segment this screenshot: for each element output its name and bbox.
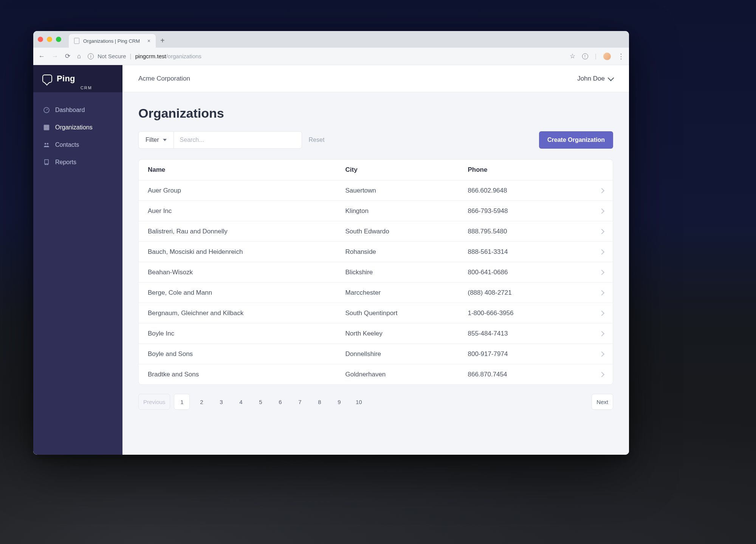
cell-phone: 800-917-7974 [468,350,586,358]
nav-reload-button[interactable]: ⟳ [65,52,70,60]
reports-icon [43,159,50,166]
filter-button[interactable]: Filter [138,131,174,149]
cell-city: South Quentinport [345,309,468,317]
table-row[interactable]: Balistreri, Rau and DonnellySouth Edward… [139,221,613,241]
profile-avatar[interactable] [603,53,611,60]
search-input[interactable] [174,131,302,149]
filter-label: Filter [146,137,159,143]
browser-tab[interactable]: Organizations | Ping CRM × [69,34,156,48]
bookmark-icon[interactable]: ☆ [570,52,575,60]
svg-point-3 [47,143,48,145]
chevron-right-icon [599,228,604,234]
sidebar: Ping CRM Dashboard Organizations [33,65,122,455]
create-organization-button[interactable]: Create Organization [539,131,613,149]
col-name: Name [148,166,345,174]
page-icon [74,38,79,44]
sidebar-item-reports[interactable]: Reports [33,154,122,171]
cell-name: Auer Group [148,187,345,194]
cell-name: Balistreri, Rau and Donnelly [148,228,345,235]
main: Acme Corporation John Doe Organizations … [122,65,629,455]
sidebar-item-organizations[interactable]: Organizations [33,119,122,136]
cell-name: Beahan-Wisozk [148,269,345,276]
brand-logo-icon [42,75,52,83]
user-menu[interactable]: John Doe [577,75,613,82]
security-label: Not Secure [98,53,126,59]
table-row[interactable]: Bergnaum, Gleichner and KilbackSouth Que… [139,303,613,323]
svg-rect-1 [44,125,49,130]
cell-name: Bergnaum, Gleichner and Kilback [148,309,345,317]
table-row[interactable]: Berge, Cole and MannMarcchester(888) 408… [139,282,613,303]
nav-forward-button[interactable]: → [52,53,58,60]
pagination-next[interactable]: Next [592,394,613,410]
sidebar-item-contacts[interactable]: Contacts [33,136,122,154]
brand-name: Ping [57,74,75,84]
app-root: Ping CRM Dashboard Organizations [33,65,629,455]
url-box[interactable]: i Not Secure | pingcrm.test/organization… [88,53,562,60]
table-body: Auer GroupSauertown866.602.9648Auer IncK… [139,180,613,384]
new-tab-button[interactable]: + [160,36,165,45]
pagination-page[interactable]: 6 [272,394,288,410]
sidebar-item-label: Organizations [55,124,93,131]
table-row[interactable]: Beahan-WisozkBlickshire800-641-0686 [139,262,613,282]
site-info-icon[interactable]: i [88,53,94,59]
url-host: pingcrm.test [135,53,166,59]
chevron-right-icon [599,208,604,213]
chevron-right-icon [599,290,604,295]
table-row[interactable]: Auer GroupSauertown866.602.9648 [139,180,613,201]
cell-phone: 888.795.5480 [468,228,586,235]
browser-tabstrip: Organizations | Ping CRM × + [33,31,629,48]
window-zoom-button[interactable] [56,37,61,42]
reset-link[interactable]: Reset [309,137,325,143]
sidebar-item-label: Contacts [55,141,79,148]
cell-phone: 888-561-3314 [468,248,586,256]
cell-name: Bauch, Mosciski and Heidenreich [148,248,345,256]
browser-menu-icon[interactable]: ⋮ [618,52,624,61]
pagination-page[interactable]: 5 [253,394,268,410]
cell-city: South Edwardo [345,228,468,235]
pagination-page[interactable]: 9 [331,394,347,410]
table-row[interactable]: Auer IncKlington866-793-5948 [139,201,613,221]
pagination-previous: Previous [138,394,170,410]
cell-name: Bradtke and Sons [148,371,345,378]
page-title: Organizations [138,106,613,121]
page-info-icon[interactable]: ! [582,53,588,59]
cell-city: Goldnerhaven [345,371,468,378]
window-controls [38,37,61,42]
tab-title: Organizations | Ping CRM [83,38,140,44]
svg-point-2 [45,143,46,145]
cell-name: Boyle and Sons [148,350,345,358]
table-row[interactable]: Boyle IncNorth Keeley855-484-7413 [139,323,613,343]
pagination-page[interactable]: 8 [311,394,327,410]
window-close-button[interactable] [38,37,43,42]
url-path: /organizations [166,53,201,59]
browser-window: Organizations | Ping CRM × + ← → ⟳ ⌂ i N… [33,31,629,455]
caret-down-icon [163,139,167,141]
cell-phone: 866-793-5948 [468,207,586,215]
sidebar-item-label: Dashboard [55,107,85,113]
pagination: Previous12345678910Next [138,394,613,410]
cell-city: Rohanside [345,248,468,256]
content: Organizations Filter Reset Create Organi… [122,92,629,428]
pagination-page[interactable]: 4 [233,394,249,410]
sidebar-item-dashboard[interactable]: Dashboard [33,101,122,119]
table-row[interactable]: Bauch, Mosciski and HeidenreichRohanside… [139,241,613,262]
window-minimize-button[interactable] [47,37,52,42]
nav-back-button[interactable]: ← [39,53,45,60]
pagination-page[interactable]: 7 [292,394,308,410]
pagination-page[interactable]: 2 [194,394,209,410]
tab-close-icon[interactable]: × [147,38,150,44]
table-row[interactable]: Bradtke and SonsGoldnerhaven866.870.7454 [139,364,613,384]
cell-name: Boyle Inc [148,330,345,337]
cell-name: Berge, Cole and Mann [148,289,345,297]
browser-address-bar: ← → ⟳ ⌂ i Not Secure | pingcrm.test/orga… [33,48,629,65]
topbar: Acme Corporation John Doe [122,65,629,92]
dashboard-icon [43,107,50,113]
pagination-page[interactable]: 3 [213,394,229,410]
table-row[interactable]: Boyle and SonsDonnellshire800-917-7974 [139,343,613,364]
nav-home-button[interactable]: ⌂ [77,53,81,60]
cell-phone: (888) 408-2721 [468,289,586,297]
pagination-page[interactable]: 10 [351,394,367,410]
cell-phone: 866.602.9648 [468,187,586,194]
pagination-page[interactable]: 1 [174,394,190,410]
cell-city: Sauertown [345,187,468,194]
